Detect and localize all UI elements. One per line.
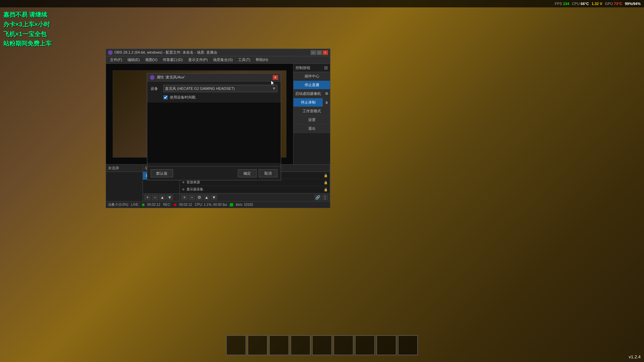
remove-scene-button[interactable]: −	[152, 194, 158, 200]
minimize-button[interactable]: ─	[311, 50, 316, 55]
inventory-slot-1[interactable]	[226, 335, 246, 355]
window-controls: ─ □ ✕	[311, 50, 328, 55]
encoding-status: 混叠 0 (0.0%)	[108, 202, 128, 207]
obs-app-icon	[108, 50, 113, 55]
not-selected-content	[106, 172, 143, 201]
hud-top-bar: FPS 134 CPU 66°C 1.32 V GPU 73°C 99%/94%	[0, 0, 644, 7]
settings-button[interactable]: 设置	[293, 116, 330, 124]
cancel-button[interactable]: 取消	[259, 169, 277, 177]
default-button[interactable]: 默认值	[151, 169, 173, 177]
move-source-up-button[interactable]: ▲	[203, 194, 210, 200]
quality-indicator	[230, 203, 233, 206]
source-more-button[interactable]: ⋮	[322, 194, 328, 200]
scenes-toolbar: + − ▲ ▼	[143, 193, 179, 201]
inventory-slot-4[interactable]	[290, 335, 311, 355]
add-source-button[interactable]: +	[181, 194, 188, 200]
menu-scene-collection[interactable]: 场景集合(S)	[210, 57, 235, 63]
menu-docking[interactable]: 停靠窗口(D)	[160, 57, 185, 63]
stop-record-row: 停止录制 ⏸	[293, 98, 330, 107]
stop-record-button[interactable]: 停止录制	[293, 98, 323, 107]
obs-statusbar: 混叠 0 (0.0%) LIVE: 00:02:12 REC: 00:02:12…	[106, 201, 330, 208]
inventory-slot-7[interactable]	[355, 335, 375, 355]
prop-close-button[interactable]: ✕	[273, 75, 278, 80]
live-time: 00:02:12	[147, 203, 160, 206]
obs-titlebar[interactable]: OBS 28.1.2 (64-bit, windows) - 配置文件: 未命名…	[106, 49, 330, 56]
menu-show-file[interactable]: 显示文件(P)	[185, 57, 211, 63]
fps-label: FPS	[555, 2, 562, 6]
property-dialog: 属性 '麦克风/Aux' ✕ 设备 嘉克风 (HECATE G2 GAMING …	[147, 73, 281, 180]
hud-gpu: GPU 73°C	[605, 2, 622, 6]
controls-icon: ⊞	[324, 65, 328, 70]
prop-content: 设备 嘉克风 (HECATE G2 GAMING HEADSET) ▼ 使用设备…	[147, 81, 281, 166]
pause-record-button[interactable]: ⏸	[323, 98, 330, 107]
cpu-temp: 66°C	[581, 2, 589, 6]
device-select[interactable]: 嘉克风 (HECATE G2 GAMING HEADSET)	[163, 85, 277, 92]
inventory-slot-9[interactable]	[398, 335, 418, 355]
hud-cpu: CPU 66°C	[572, 2, 589, 6]
hud-gpu-usage: 99%/94%	[625, 2, 641, 6]
source-item-monitor[interactable]: 👁 显示器采集 🔒	[180, 186, 330, 193]
ok-button[interactable]: 确定	[238, 169, 257, 177]
use-device-timing-row: 使用设备时间戳	[151, 95, 277, 100]
prop-dialog-icon	[150, 75, 155, 80]
menu-tools[interactable]: 工具(T)	[235, 57, 253, 63]
move-source-down-button[interactable]: ▼	[211, 194, 217, 200]
virtual-camera-settings[interactable]: ⚙	[323, 89, 330, 98]
menu-view[interactable]: 视图(V)	[143, 57, 160, 63]
inventory-slot-5[interactable]	[312, 335, 332, 355]
prop-dialog-title: 属性 '麦克风/Aux'	[157, 75, 273, 80]
overlay-line2: 办卡×3上车×小时	[3, 20, 52, 29]
inventory-slot-8[interactable]	[376, 335, 396, 355]
source-name-audio: 音游来源	[186, 180, 200, 185]
menu-edit[interactable]: 编辑(E)	[125, 57, 143, 63]
version-label: v1.2.4	[629, 354, 641, 359]
workbench-button[interactable]: 工作室模式	[293, 107, 330, 116]
device-select-wrapper: 嘉克风 (HECATE G2 GAMING HEADSET) ▼	[163, 85, 277, 92]
prop-titlebar[interactable]: 属性 '麦克风/Aux' ✕	[147, 73, 281, 81]
fps-value: 134	[563, 2, 569, 6]
overlay-promo-text: 嘉挡不易 请继续 办卡×3上车×小时 飞机×1一宝全包 站粉期间免费上车	[3, 10, 52, 49]
use-device-timing-checkbox[interactable]	[163, 95, 168, 100]
cpu-voltage: 1.32 V	[592, 2, 602, 6]
not-selected-label: 未选择	[106, 165, 143, 172]
move-scene-down-button[interactable]: ▼	[166, 194, 173, 200]
lock-icon-3: 🔒	[324, 188, 328, 191]
kbps-status: kb/s: 10182	[236, 203, 253, 206]
lock-icon-2: 🔒	[324, 181, 328, 184]
inventory-slot-6[interactable]	[333, 335, 354, 355]
gpu-label: GPU	[605, 2, 613, 6]
inventory-slot-2[interactable]	[248, 335, 268, 355]
cpu-fps-status: CPU: 1.1%, 60.00 fps	[195, 203, 227, 206]
move-scene-up-button[interactable]: ▲	[159, 194, 166, 200]
rec-label: REC:	[163, 203, 171, 206]
overlay-line4: 站粉期间免费上车	[3, 39, 52, 49]
menu-file[interactable]: 文件(F)	[107, 57, 125, 63]
menu-help[interactable]: 帮助(H)	[253, 57, 271, 63]
hud-voltage: 1.32 V	[592, 2, 602, 6]
rec-time: 00:02:12	[179, 203, 192, 206]
eye-icon-3: 👁	[182, 188, 185, 191]
source-link-button[interactable]: 🔗	[314, 194, 321, 200]
not-selected-panel: 未选择	[106, 165, 143, 201]
prop-footer: 默认值 确定 取消	[147, 166, 281, 180]
hud-fps: FPS 134	[555, 2, 569, 6]
overlay-line1: 嘉挡不易 请继续	[3, 10, 52, 20]
device-label: 设备	[151, 86, 161, 91]
add-scene-button[interactable]: +	[144, 194, 151, 200]
prop-black-area	[147, 103, 281, 163]
controls-header: 控制按钮 ⊞	[293, 64, 330, 72]
exit-button[interactable]: 退出	[293, 124, 330, 133]
use-device-timing-label: 使用设备时间戳	[170, 95, 196, 100]
remove-source-button[interactable]: −	[189, 194, 195, 200]
plugin-center-button[interactable]: 插件中心	[293, 72, 330, 81]
start-virtual-camera-button[interactable]: 启动虚拟摄像机	[293, 89, 323, 98]
stop-live-button[interactable]: 停止直播	[293, 81, 330, 89]
gpu-temp: 73°C	[614, 2, 622, 6]
gpu-usage: 99%/94%	[625, 2, 641, 6]
source-settings-button[interactable]: ⚙	[196, 194, 203, 200]
source-name-monitor: 显示器采集	[186, 187, 203, 192]
close-button[interactable]: ✕	[323, 50, 328, 55]
maximize-button[interactable]: □	[317, 50, 322, 55]
inventory-slot-3[interactable]	[269, 335, 289, 355]
eye-icon-2: 👁	[182, 181, 185, 184]
